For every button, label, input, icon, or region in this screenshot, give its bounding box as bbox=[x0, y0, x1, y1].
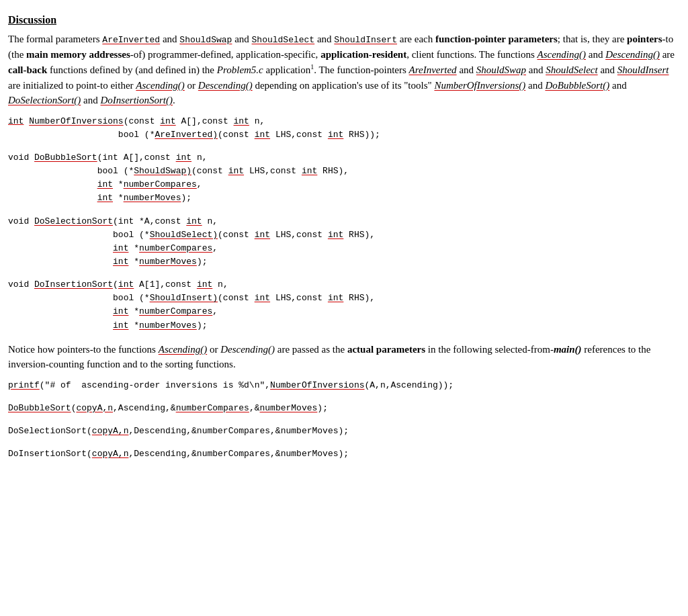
code-insertionsort-call: DoInsertionSort(copyA,n,Descending,&numb… bbox=[8, 447, 676, 461]
code-doselectionsort: void DoSelectionSort(int *A,const int n,… bbox=[8, 215, 676, 269]
code-printf-call: printf("# of ascending-order inversions … bbox=[8, 379, 676, 392]
func-ascending-2: Ascending() bbox=[136, 80, 184, 91]
code-doinsertionsort: void DoInsertionSort(int A[1],const int … bbox=[8, 278, 676, 333]
func-descending-2: Descending() bbox=[198, 80, 253, 91]
func-descending-1: Descending() bbox=[605, 49, 660, 60]
code-dobubblesort: void DoBubbleSort(int A[],const int n, b… bbox=[8, 151, 676, 206]
term-application-resident: application-resident bbox=[320, 49, 406, 60]
param-areinverted: AreInverted bbox=[102, 35, 160, 45]
func-doselectionsort: DoSelectionSort() bbox=[8, 95, 81, 105]
fp-areinverted: AreInverted bbox=[409, 64, 457, 75]
notice-descending: Descending() bbox=[220, 344, 275, 355]
section-title: Discussion bbox=[8, 12, 676, 28]
code-numberofinversions-name: NumberOfInversions bbox=[29, 116, 123, 126]
code-numberofinversions: int NumberOfInversions(const int A[],con… bbox=[8, 115, 676, 142]
term-function-pointer-parameters: function-pointer parameters bbox=[435, 34, 558, 44]
code-bubblesort-call: DoBubbleSort(copyA,n,Ascending,&numberCo… bbox=[8, 402, 676, 415]
fp-shouldselect: ShouldSelect bbox=[546, 64, 597, 75]
term-pointers: pointers bbox=[627, 34, 662, 44]
notice-paragraph: Notice how pointers-to the functions Asc… bbox=[8, 342, 676, 372]
func-ascending-1: Ascending() bbox=[537, 49, 585, 60]
notice-ascending: Ascending() bbox=[159, 344, 207, 355]
func-dobubblesort: DoBubbleSort() bbox=[545, 80, 609, 91]
footnote-1: 1 bbox=[310, 63, 314, 71]
param-shouldinsert: ShouldInsert bbox=[334, 35, 397, 45]
func-doinsertionsort: DoInsertionSort() bbox=[100, 95, 173, 105]
term-main: main() bbox=[554, 344, 582, 355]
intro-paragraph: The formal parameters AreInverted and Sh… bbox=[8, 32, 676, 108]
term-main-memory-addresses: main memory addresses bbox=[26, 49, 130, 60]
term-actual-parameters: actual parameters bbox=[347, 344, 425, 355]
code-int-keyword-1: int bbox=[8, 116, 24, 126]
fp-shouldinsert: ShouldInsert bbox=[617, 64, 669, 75]
file-problem5c: Problem5.c bbox=[217, 64, 263, 75]
fp-shouldswap: ShouldSwap bbox=[476, 64, 526, 75]
term-call-back: call-back bbox=[8, 64, 47, 75]
func-numberofinversions: NumberOfInversions() bbox=[434, 80, 525, 91]
param-shouldswap: ShouldSwap bbox=[179, 35, 232, 45]
code-selectionsort-call: DoSelectionSort(copyA,n,Descending,&numb… bbox=[8, 425, 676, 438]
param-shouldselect: ShouldSelect bbox=[252, 35, 315, 45]
